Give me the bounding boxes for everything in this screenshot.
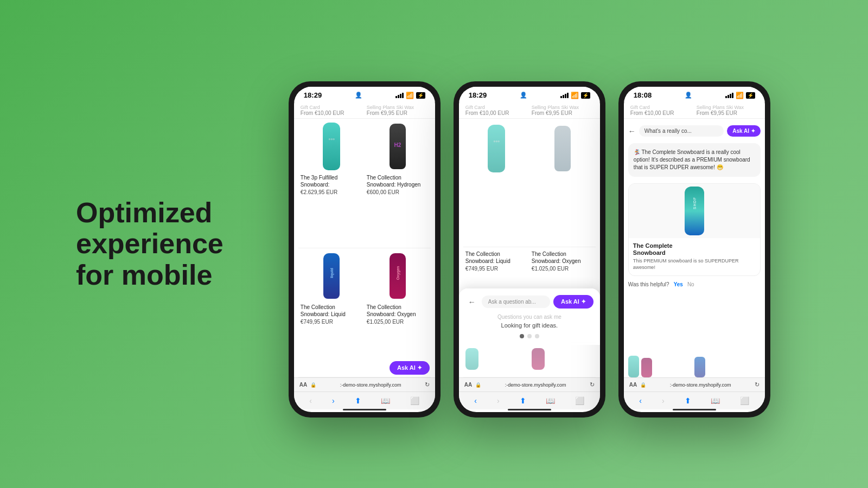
phone-2: 18:29 👤 📶 ⚡ bbox=[454, 81, 605, 418]
nav-back-1[interactable]: ‹ bbox=[309, 396, 312, 405]
chat-response-bubble: 🏂 The Complete Snowboard is a really coo… bbox=[628, 143, 761, 177]
product-name-liquid: The Collection Snowboard: Liquid bbox=[301, 304, 362, 318]
nav-back-3[interactable]: ‹ bbox=[639, 396, 642, 405]
nav-back-2[interactable]: ‹ bbox=[474, 396, 477, 405]
helpful-text: Was this helpful? bbox=[628, 281, 669, 287]
helpful-row: Was this helpful? Yes No bbox=[628, 281, 761, 287]
nav-forward-3[interactable]: › bbox=[662, 396, 665, 405]
ask-input-field-2[interactable]: Ask a question ab... bbox=[482, 296, 550, 308]
phone-1-status-bar: 18:29 👤 📶 ⚡ bbox=[294, 87, 435, 101]
partial-top-row-3: Gift Card From €10,00 EUR Selling Plans … bbox=[624, 101, 765, 119]
nav-tabs-3[interactable]: ⬜ bbox=[740, 396, 749, 405]
ask-ai-button-2[interactable]: Ask AI ✦ bbox=[553, 295, 593, 309]
chat-product-name: The CompleteSnowboard bbox=[633, 242, 756, 256]
ask-input-row-2: ← Ask a question ab... Ask AI ✦ bbox=[465, 295, 593, 309]
browser-url-3[interactable]: :-demo-store.myshopify.com bbox=[649, 382, 751, 388]
partial-item-1: Gift Card From €10,00 EUR bbox=[298, 104, 365, 117]
product-price-teal: €2.629,95 EUR bbox=[301, 189, 362, 195]
snowboard-liquid-img bbox=[323, 253, 340, 299]
nav-share-2[interactable]: ⬆ bbox=[520, 396, 526, 405]
nav-forward-2[interactable]: › bbox=[497, 396, 500, 405]
nav-bookmarks-1[interactable]: 📖 bbox=[381, 396, 390, 405]
chat-header: ← What's a really co... Ask AI ✦ bbox=[628, 122, 761, 140]
partial-item-4: Selling Plans Ski Wax From €9,95 EUR bbox=[529, 104, 596, 117]
ask-back-btn-2[interactable]: ← bbox=[465, 296, 478, 309]
phone-1-browser-bar: AA 🔒 :-demo-store.myshopify.com ↻ bbox=[294, 377, 435, 391]
chat-product-info: The CompleteSnowboard This PREMIUM snowb… bbox=[629, 238, 760, 275]
browser-url-2[interactable]: :-demo-store.myshopify.com bbox=[484, 382, 586, 388]
phone-3-home-indicator bbox=[624, 409, 765, 412]
browser-reload-2[interactable]: ↻ bbox=[590, 381, 595, 388]
product-name-teal: The 3p Fulfilled Snowboard: bbox=[301, 174, 362, 188]
overlay-questions-text: Questions you can ask me bbox=[465, 314, 593, 320]
browser-reload-3[interactable]: ↻ bbox=[755, 381, 760, 388]
product-item-oxygen[interactable]: The Collection Snowboard: Oxygen €1.025,… bbox=[365, 248, 431, 378]
phone-3-status-icons: 📶 ⚡ bbox=[725, 92, 755, 99]
chat-back-btn[interactable]: ← bbox=[628, 127, 636, 136]
partial-label-1: Gift Card bbox=[301, 105, 362, 110]
browser-reload-1[interactable]: ↻ bbox=[425, 381, 430, 388]
chat-area: ← What's a really co... Ask AI ✦ 🏂 The C… bbox=[624, 119, 765, 350]
product-name-oxygen: The Collection Snowboard: Oxygen bbox=[367, 304, 429, 318]
phone-2-time: 18:29 bbox=[469, 91, 487, 99]
signal-bars-2 bbox=[560, 92, 569, 98]
nav-tabs-2[interactable]: ⬜ bbox=[575, 396, 584, 405]
wifi-icon-3: 📶 bbox=[736, 92, 744, 99]
nav-bookmarks-2[interactable]: 📖 bbox=[546, 396, 555, 405]
nav-forward-1[interactable]: › bbox=[332, 396, 335, 405]
overlay-suggestion[interactable]: Looking for gift ideas. bbox=[465, 322, 593, 329]
product-2-teal[interactable] bbox=[463, 121, 529, 247]
product-grid-3b bbox=[624, 350, 765, 377]
phone-2-status-icons: 📶 ⚡ bbox=[560, 92, 590, 99]
signal-bars-3 bbox=[725, 92, 733, 98]
browser-url-1[interactable]: :-demo-store.myshopify.com bbox=[320, 382, 422, 388]
product-item-liquid[interactable]: The Collection Snowboard: Liquid €749,95… bbox=[298, 248, 365, 378]
phone-1-status-icons: 📶 ⚡ bbox=[395, 92, 425, 99]
browser-aa-2: AA bbox=[464, 382, 472, 388]
product-2-gray[interactable] bbox=[529, 121, 596, 247]
phone-2-home-indicator bbox=[459, 409, 600, 412]
nav-share-3[interactable]: ⬆ bbox=[685, 396, 691, 405]
phone-3-browser-bar: AA 🔒 :-demo-store.myshopify.com ↻ bbox=[624, 377, 765, 391]
product-item-teal[interactable]: The 3p Fulfilled Snowboard: €2.629,95 EU… bbox=[298, 119, 365, 248]
product-price-hydrogen: €600,00 EUR bbox=[367, 189, 429, 195]
phone-3: 18:08 👤 📶 ⚡ bbox=[618, 81, 770, 418]
nav-tabs-1[interactable]: ⬜ bbox=[410, 396, 419, 405]
hero-title: Optimized experience for mobile bbox=[76, 197, 224, 291]
hero-text-block: Optimized experience for mobile bbox=[54, 176, 245, 312]
nav-bookmarks-3[interactable]: 📖 bbox=[711, 396, 720, 405]
partial-item-3: Gift Card From €10,00 EUR bbox=[463, 104, 529, 117]
helpful-no-btn[interactable]: No bbox=[687, 281, 694, 287]
product-2-image-teal bbox=[465, 124, 527, 173]
overlay-dots bbox=[465, 334, 593, 338]
product-image-teal bbox=[301, 122, 362, 171]
chat-input-display[interactable]: What's a really co... bbox=[639, 125, 724, 137]
chat-product-desc: This PREMIUM snowboard is so SUPERDUPER … bbox=[633, 258, 756, 271]
nav-share-1[interactable]: ⬆ bbox=[355, 396, 361, 405]
partial-price-2: From €9,95 EUR bbox=[367, 110, 429, 116]
phone-3-time: 18:08 bbox=[634, 91, 652, 99]
snowboard-oxygen-img bbox=[390, 253, 406, 299]
wifi-icon-2: 📶 bbox=[571, 92, 579, 99]
phones-container: 18:29 👤 📶 ⚡ bbox=[245, 33, 814, 455]
browser-lock-2: 🔒 bbox=[475, 382, 481, 388]
product-grid-2: The Collection Snowboard: Liquid €749,95… bbox=[459, 119, 600, 345]
phone-2-browser-bar: AA 🔒 :-demo-store.myshopify.com ↻ bbox=[459, 377, 600, 391]
product-image-hydrogen bbox=[367, 122, 429, 171]
signal-bars-1 bbox=[395, 92, 404, 98]
partial-item-2: Selling Plans Ski Wax From €9,95 EUR bbox=[365, 104, 431, 117]
chat-product-card[interactable]: The CompleteSnowboard This PREMIUM snowb… bbox=[628, 183, 761, 276]
product-item-hydrogen[interactable]: The Collection Snowboard: Hydrogen €600,… bbox=[365, 119, 431, 248]
ask-ai-button-3[interactable]: Ask AI ✦ bbox=[727, 125, 761, 137]
phone-2-screen: 18:29 👤 📶 ⚡ bbox=[459, 87, 600, 412]
phone-1-nav: ‹ › ⬆ 📖 ⬜ bbox=[294, 391, 435, 409]
battery-icon-1: ⚡ bbox=[416, 92, 425, 99]
phone-3-screen: 18:08 👤 📶 ⚡ bbox=[624, 87, 765, 412]
snowboard-dark-img bbox=[390, 124, 406, 169]
phone-1-time: 18:29 bbox=[304, 91, 322, 99]
ask-ai-button-1[interactable]: Ask AI ✦ bbox=[390, 361, 430, 375]
phone-3-nav: ‹ › ⬆ 📖 ⬜ bbox=[624, 391, 765, 409]
helpful-yes-btn[interactable]: Yes bbox=[674, 281, 683, 287]
partial-price-1: From €10,00 EUR bbox=[301, 110, 362, 116]
product-price-oxygen: €1.025,00 EUR bbox=[367, 319, 429, 325]
